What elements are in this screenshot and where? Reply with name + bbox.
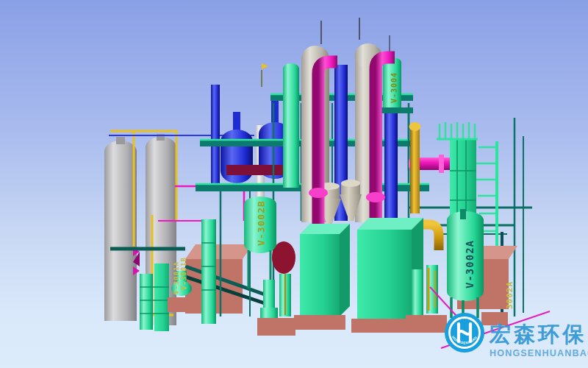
plant-model-svg: V-3002B V-3002A 3002A V-3004 V-3001A V-3…	[0, 0, 588, 368]
plate-stack	[140, 263, 169, 331]
pump-pad	[257, 318, 295, 336]
label-v3002a: V-3002A	[464, 240, 476, 289]
flag-marker	[262, 63, 268, 87]
pump-pad	[168, 297, 193, 312]
storage-boxes	[294, 218, 423, 333]
logo-en-text: HONGSENHUANBAO	[490, 348, 588, 358]
logo-cn-text: 宏森环保	[489, 322, 587, 346]
label-v3004: V-3004	[390, 72, 398, 103]
tank-cylinder	[104, 137, 137, 321]
pump	[260, 274, 291, 318]
green-box	[294, 224, 354, 330]
center-equipment	[244, 197, 295, 336]
plinth	[294, 315, 345, 330]
plate-exchanger	[437, 122, 478, 225]
pump-pad	[406, 315, 447, 333]
label-v3002b: V-3002B	[256, 200, 267, 246]
pump	[412, 265, 438, 315]
green-column-stack	[201, 219, 216, 324]
viewport-3d[interactable]: V-3002B V-3002A 3002A V-3004 V-3001A V-3…	[0, 0, 588, 368]
label-tag-3002a: 3002A	[505, 281, 514, 309]
exchanger-fins	[437, 122, 478, 140]
label-v3001a: V-3001A	[173, 261, 180, 294]
label-v3001b: V-3001B	[180, 257, 187, 290]
green-column	[283, 63, 299, 188]
